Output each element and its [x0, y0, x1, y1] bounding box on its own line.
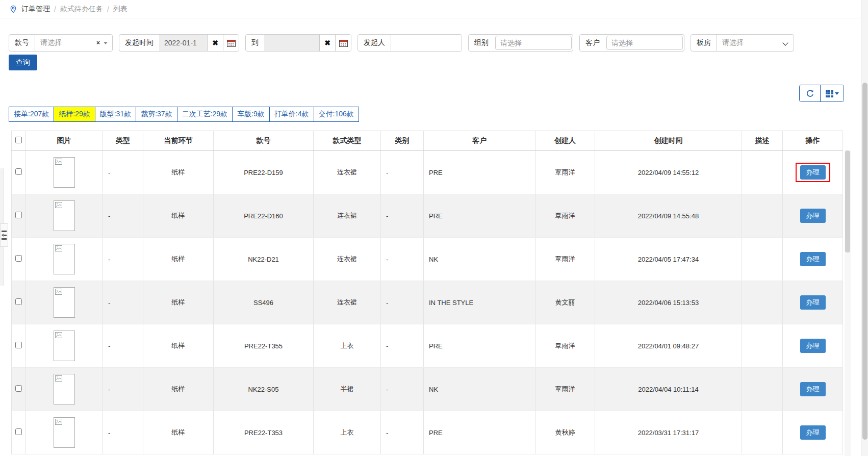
breadcrumb-item-order-management[interactable]: 订单管理 — [21, 5, 50, 14]
cell-style-type: 上衣 — [314, 411, 381, 454]
table-row: -纸样PRE22-T353上衣-PRE黄秋婷2022/03/31 17:31:1… — [12, 411, 843, 454]
chevron-down-icon[interactable] — [104, 42, 108, 44]
column-header: 图片 — [25, 131, 103, 151]
row-checkbox[interactable] — [15, 428, 22, 435]
handle-button[interactable]: 办理 — [800, 252, 826, 266]
grid-icon — [826, 90, 833, 97]
cell-image — [25, 194, 103, 238]
status-tab[interactable]: 交付:106款 — [314, 107, 359, 122]
cell-type: - — [103, 194, 143, 238]
handle-button[interactable]: 办理 — [800, 209, 826, 223]
breadcrumb-separator: / — [53, 5, 57, 13]
cell-category: - — [381, 411, 424, 454]
table-row: -纸样PRE22-D160连衣裙-PRE覃雨洋2022/04/09 14:55:… — [12, 194, 843, 238]
cell-creator: 覃雨洋 — [535, 151, 595, 194]
broken-image-icon — [55, 419, 63, 426]
cell-select — [12, 238, 25, 281]
status-tab[interactable]: 接单:207款 — [9, 107, 54, 122]
end-time-input[interactable] — [264, 35, 319, 51]
cell-style-no: PRE22-D159 — [214, 151, 314, 194]
scrollbar-thumb[interactable] — [862, 83, 867, 440]
calendar-button[interactable] — [223, 35, 239, 51]
column-header: 操作 — [783, 131, 843, 151]
end-time-label: 到 — [246, 35, 264, 51]
chevron-down-icon — [835, 92, 839, 95]
cell-description — [742, 194, 783, 238]
table-scrollbar[interactable] — [845, 150, 851, 456]
cell-category: - — [381, 194, 424, 238]
handle-button[interactable]: 办理 — [800, 165, 826, 180]
scrollbar-thumb[interactable] — [845, 150, 850, 252]
status-tab[interactable]: 版型:31款 — [95, 107, 136, 122]
cell-action: 办理 — [783, 194, 843, 238]
status-tab[interactable]: 纸样:29款 — [54, 107, 95, 122]
initiator-input[interactable] — [391, 35, 462, 51]
select-all-checkbox[interactable] — [15, 137, 22, 143]
clear-icon[interactable]: × — [96, 35, 100, 51]
cell-customer: PRE — [424, 194, 535, 238]
cell-creator: 覃雨洋 — [535, 368, 595, 411]
chevron-left-icon — [2, 234, 4, 237]
cell-select — [12, 324, 25, 368]
status-tab[interactable]: 打单价:4款 — [269, 107, 314, 122]
cell-style-type: 半裙 — [314, 368, 381, 411]
handle-button[interactable]: 办理 — [800, 295, 826, 310]
action: 办理 — [796, 249, 830, 269]
cell-category: - — [381, 151, 424, 194]
cell-image — [25, 324, 103, 368]
refresh-button[interactable] — [800, 85, 820, 102]
cell-style-no: PRE22-T353 — [214, 411, 314, 454]
cell-created-at: 2022/03/31 17:31:17 — [595, 411, 742, 454]
group-input[interactable] — [495, 36, 572, 50]
clear-icon: ✖ — [324, 39, 330, 47]
start-time-label: 发起时间 — [119, 35, 159, 51]
status-tab[interactable]: 车版:9款 — [232, 107, 270, 122]
cell-style-type: 连衣裙 — [314, 194, 381, 238]
style-no-select[interactable]: 请选择 — [35, 35, 89, 51]
calendar-button[interactable] — [336, 35, 351, 51]
cell-style-no: NK22-S05 — [214, 368, 314, 411]
handle-button[interactable]: 办理 — [800, 382, 826, 396]
cell-created-at: 2022/04/09 14:55:12 — [595, 151, 742, 194]
cell-type: - — [103, 151, 143, 194]
page-scrollbar[interactable] — [861, 0, 868, 456]
cell-description — [742, 368, 783, 411]
row-checkbox[interactable] — [15, 168, 22, 175]
cell-select — [12, 151, 25, 194]
cell-style-type: 连衣裙 — [314, 238, 381, 281]
table-row: -纸样NK22-S05半裙-NK覃雨洋2022/04/04 10:11:14办理 — [12, 368, 843, 411]
customer-label: 客户 — [580, 35, 605, 51]
sample-room-select[interactable]: 请选择 — [717, 35, 794, 51]
breadcrumb-item-style-tasks[interactable]: 款式待办任务 — [60, 5, 103, 14]
column-header: 描述 — [742, 131, 783, 151]
handle-button[interactable]: 办理 — [800, 425, 826, 440]
broken-image-placeholder — [54, 157, 75, 188]
broken-image-placeholder — [54, 374, 75, 404]
clear-date-button[interactable]: ✖ — [208, 35, 223, 51]
filter-sample-room: 板房 请选择 — [691, 34, 794, 52]
row-checkbox[interactable] — [15, 298, 22, 305]
row-checkbox[interactable] — [15, 255, 22, 262]
action: 办理 — [796, 423, 830, 442]
search-button[interactable]: 查询 — [9, 55, 37, 70]
cell-created-at: 2022/04/01 09:48:27 — [595, 324, 742, 368]
row-checkbox[interactable] — [15, 212, 22, 218]
status-tab[interactable]: 二次工艺:29款 — [177, 107, 233, 122]
customer-input[interactable] — [606, 36, 683, 50]
cell-type: - — [103, 368, 143, 411]
handle-button[interactable]: 办理 — [800, 339, 826, 353]
task-table-body: -纸样PRE22-D159连衣裙-PRE覃雨洋2022/04/09 14:55:… — [12, 151, 843, 454]
clear-date-button[interactable]: ✖ — [320, 35, 335, 51]
initiator-label: 发起人 — [358, 35, 391, 51]
view-columns-button[interactable] — [820, 85, 844, 102]
panel-toggle-handle[interactable] — [0, 223, 8, 247]
status-tab[interactable]: 裁剪:37款 — [136, 107, 177, 122]
chevron-down-icon — [782, 40, 788, 45]
cell-description — [742, 411, 783, 454]
row-checkbox[interactable] — [15, 342, 22, 348]
cell-style-no: PRE22-D160 — [214, 194, 314, 238]
start-time-input[interactable]: 2022-01-1 — [159, 35, 207, 51]
broken-image-icon — [55, 289, 63, 296]
broken-image-icon — [55, 245, 63, 252]
row-checkbox[interactable] — [15, 385, 22, 392]
